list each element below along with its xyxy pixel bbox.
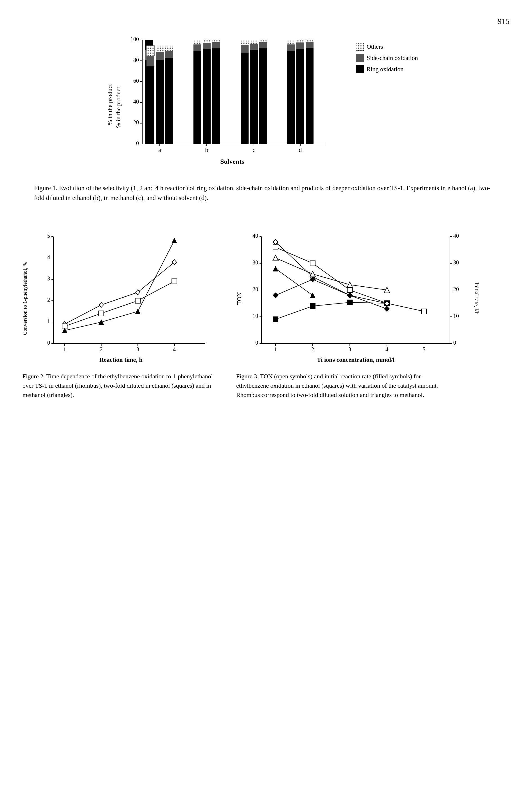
svg-rect-65 (356, 65, 364, 73)
figure1-y-axis-label: % in the product (115, 87, 122, 128)
svg-rect-142 (310, 304, 315, 309)
svg-text:d: d (299, 146, 302, 153)
figure2-wrap: Conversion to 1-phenylethanol, % 0 1 2 3… (22, 231, 219, 399)
svg-rect-42 (250, 41, 258, 44)
svg-marker-90 (99, 302, 104, 307)
figure1-x-label: Solvents (220, 158, 244, 165)
svg-text:1: 1 (274, 346, 277, 352)
svg-rect-138 (347, 288, 352, 293)
svg-text:5: 5 (47, 233, 50, 239)
legend-label-ring: Ring oxidation (367, 65, 404, 73)
svg-marker-153 (273, 255, 278, 261)
figure3-x-label: Ti ions concentration, mmol/l (317, 356, 394, 363)
svg-text:80: 80 (133, 57, 139, 63)
svg-marker-98 (98, 319, 104, 325)
svg-rect-26 (193, 51, 201, 144)
legend-item-sidechain: Side-chain oxidation (356, 54, 418, 62)
legend-label-others: Others (367, 43, 383, 50)
svg-text:TON: TON (236, 292, 242, 305)
figures-bottom-row: Conversion to 1-phenylethanol, % 0 1 2 3… (22, 231, 510, 399)
svg-rect-140 (422, 309, 426, 314)
svg-rect-33 (212, 42, 220, 48)
svg-text:Conversion to 1-phenylethanol,: Conversion to 1-phenylethanol, % (22, 262, 28, 335)
figure1-legend: Others Side-chain oxidation Ring oxidati… (356, 43, 418, 73)
svg-text:a: a (158, 146, 161, 153)
svg-text:4: 4 (47, 254, 50, 260)
svg-rect-29 (203, 49, 210, 144)
svg-text:40: 40 (453, 233, 459, 239)
svg-rect-43 (259, 48, 267, 144)
svg-rect-44 (259, 42, 267, 48)
figure1-container: % in the product % in the product 0 20 4… (22, 34, 510, 220)
svg-rect-136 (273, 245, 278, 250)
svg-text:1: 1 (47, 318, 50, 324)
svg-rect-38 (241, 45, 249, 52)
svg-text:30: 30 (252, 259, 258, 265)
svg-text:b: b (205, 146, 208, 153)
svg-text:20: 20 (252, 286, 258, 292)
svg-marker-100 (172, 238, 177, 243)
svg-rect-50 (287, 41, 295, 44)
figure1-chart: % in the product % in the product 0 20 4… (114, 34, 345, 175)
svg-text:3: 3 (47, 275, 50, 281)
legend-box-others (356, 43, 364, 51)
svg-rect-51 (296, 49, 304, 144)
svg-text:30: 30 (453, 259, 459, 265)
svg-text:20: 20 (453, 286, 459, 292)
svg-rect-48 (287, 51, 295, 144)
svg-rect-21 (165, 58, 173, 144)
svg-rect-137 (310, 261, 315, 266)
figure2-caption: Figure 2. Time dependence of the ethylbe… (22, 372, 214, 399)
svg-rect-95 (135, 298, 140, 303)
svg-text:2: 2 (311, 346, 314, 352)
figure3-wrap: TON Initial rate, l/h 0 10 20 30 40 0 10 (236, 231, 475, 399)
svg-text:0: 0 (47, 339, 50, 346)
svg-text:3: 3 (136, 346, 139, 352)
legend-box-ring (356, 65, 364, 73)
svg-text:0: 0 (453, 339, 456, 346)
svg-text:2: 2 (47, 297, 50, 303)
svg-text:40: 40 (133, 98, 139, 105)
svg-rect-53 (296, 40, 304, 43)
figure2-chart: Conversion to 1-phenylethanol, % 0 1 2 3… (22, 231, 214, 366)
svg-rect-63 (356, 43, 364, 51)
figure1-caption: Figure 1. Evolution of the selectivity (… (34, 183, 498, 203)
svg-rect-39 (241, 41, 249, 45)
svg-rect-96 (172, 279, 177, 284)
page-number: 915 (22, 17, 510, 26)
svg-rect-30 (203, 43, 210, 49)
figure2-x-label: Reaction time, h (99, 356, 142, 363)
svg-marker-151 (347, 293, 352, 298)
svg-rect-17 (146, 46, 154, 56)
svg-text:2: 2 (100, 346, 103, 352)
svg-rect-15 (146, 56, 154, 66)
svg-text:0: 0 (136, 140, 139, 146)
svg-marker-149 (273, 293, 278, 298)
svg-rect-19 (156, 52, 163, 60)
svg-rect-41 (250, 44, 258, 50)
svg-rect-64 (356, 54, 364, 62)
svg-rect-34 (212, 40, 220, 42)
figure1-chart-area: % in the product % in the product 0 20 4… (114, 34, 418, 175)
svg-text:5: 5 (423, 346, 425, 352)
svg-text:40: 40 (252, 233, 258, 239)
svg-rect-52 (296, 43, 304, 49)
figure1-y-axis-label2: % in the product (106, 84, 113, 125)
svg-rect-45 (259, 40, 267, 42)
figure3-chart: TON Initial rate, l/h 0 10 20 30 40 0 10 (236, 231, 478, 366)
svg-rect-22 (165, 51, 173, 58)
svg-rect-31 (203, 40, 210, 43)
svg-rect-14 (146, 66, 154, 144)
svg-text:1: 1 (63, 346, 66, 352)
svg-text:60: 60 (133, 78, 139, 84)
svg-text:Initial rate, l/h: Initial rate, l/h (473, 282, 480, 315)
svg-marker-158 (310, 293, 315, 298)
legend-label-sidechain: Side-chain oxidation (367, 54, 418, 62)
svg-rect-40 (250, 50, 258, 144)
svg-rect-20 (156, 46, 163, 52)
figure3-caption: Figure 3. TON (open symbols) and initial… (236, 372, 444, 399)
legend-item-ring: Ring oxidation (356, 65, 418, 73)
svg-rect-23 (165, 46, 173, 51)
svg-marker-91 (136, 290, 140, 295)
svg-text:10: 10 (252, 313, 258, 319)
